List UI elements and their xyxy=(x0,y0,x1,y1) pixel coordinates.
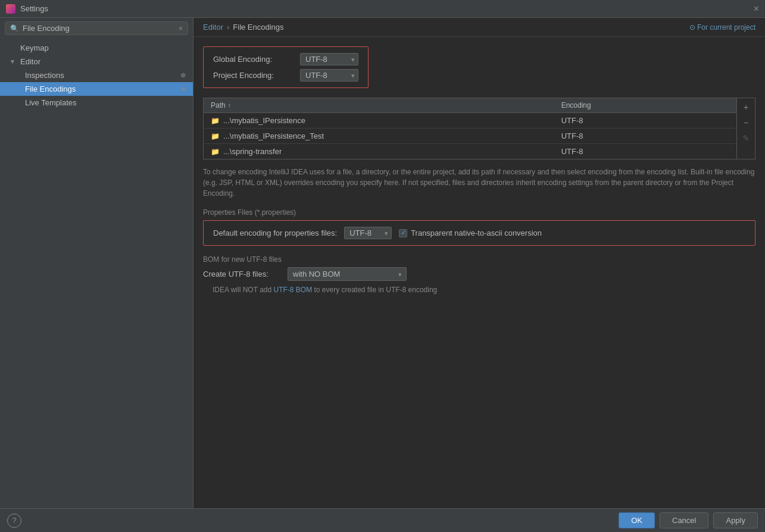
add-row-button[interactable]: + xyxy=(739,101,752,114)
bom-highlight: UTF-8 BOM xyxy=(273,286,312,294)
transparent-conversion-label: Transparent native-to-ascii conversion xyxy=(411,229,542,237)
create-utf8-label: Create UTF-8 files: xyxy=(203,270,280,278)
window-title: Settings xyxy=(20,4,48,13)
col-path-header: Path ↑ xyxy=(204,98,554,112)
sidebar-item-file-encodings[interactable]: File Encodings ⊕ xyxy=(0,82,193,96)
col-encoding-header: Encoding xyxy=(554,98,736,112)
sidebar-tree: Keymap ▼ Editor Inspections ⊕ File Encod… xyxy=(0,39,193,508)
sort-arrow: ↑ xyxy=(228,102,231,109)
transparent-conversion-checkbox-wrapper[interactable]: Transparent native-to-ascii conversion xyxy=(399,229,542,237)
edit-row-button[interactable]: ✎ xyxy=(739,132,752,145)
file-encodings-copy-icon: ⊕ xyxy=(180,85,186,93)
inspections-copy-icon: ⊕ xyxy=(180,71,186,79)
live-templates-label: Live Templates xyxy=(25,98,76,107)
sidebar-item-inspections[interactable]: Inspections ⊕ xyxy=(0,68,193,82)
default-encoding-label: Default encoding for properties files: xyxy=(213,229,337,237)
transparent-conversion-checkbox[interactable] xyxy=(399,229,407,237)
current-project-button[interactable]: ⊙ For current project xyxy=(689,23,755,32)
bottom-bar: ? OK Cancel Apply xyxy=(0,508,765,532)
breadcrumb-editor[interactable]: Editor xyxy=(203,23,223,32)
encoding-box: Global Encoding: UTF-8 UTF-16 ISO-8859-1… xyxy=(203,46,369,88)
breadcrumb: Editor › File Encodings ⊙ For current pr… xyxy=(193,18,765,37)
search-icon: 🔍 xyxy=(10,24,19,33)
project-encoding-select[interactable]: UTF-8 UTF-16 ISO-8859-1 xyxy=(300,69,358,82)
row2-encoding: UTF-8 xyxy=(554,129,736,143)
properties-row: Default encoding for properties files: U… xyxy=(213,227,745,239)
table-header: Path ↑ Encoding xyxy=(204,98,736,113)
search-input[interactable] xyxy=(23,24,175,33)
bom-row: Create UTF-8 files: with NO BOM with BOM xyxy=(203,267,755,281)
help-button[interactable]: ? xyxy=(7,514,21,528)
main-layout: 🔍 × Keymap ▼ Editor Inspections ⊕ File E… xyxy=(0,18,765,508)
project-encoding-select-wrapper: UTF-8 UTF-16 ISO-8859-1 xyxy=(300,69,358,82)
info-text: To change encoding IntelliJ IDEA uses fo… xyxy=(203,167,755,199)
project-encoding-row: Project Encoding: UTF-8 UTF-16 ISO-8859-… xyxy=(213,69,358,82)
sidebar-item-editor[interactable]: ▼ Editor xyxy=(0,55,193,68)
sidebar-item-keymap[interactable]: Keymap xyxy=(0,41,193,55)
bom-info: IDEA will NOT add UTF-8 BOM to every cre… xyxy=(203,286,755,294)
title-bar: Settings × xyxy=(0,0,765,18)
project-encoding-label: Project Encoding: xyxy=(213,71,291,80)
folder-icon: 📁 xyxy=(211,132,220,140)
bom-section-label: BOM for new UTF-8 files xyxy=(203,255,755,264)
search-clear-button[interactable]: × xyxy=(179,24,183,33)
encoding-table-wrapper: Path ↑ Encoding 📁 ...\mybatis_IPersisten… xyxy=(203,98,755,159)
row1-path: 📁 ...\mybatis_IPersistence xyxy=(204,113,554,128)
sidebar: 🔍 × Keymap ▼ Editor Inspections ⊕ File E… xyxy=(0,18,193,508)
table-row[interactable]: 📁 ...\mybatis_IPersistence_Test UTF-8 xyxy=(204,129,736,144)
folder-icon: 📁 xyxy=(211,148,220,156)
col-path-label: Path xyxy=(211,101,226,109)
ok-button[interactable]: OK xyxy=(619,512,655,528)
action-buttons: OK Cancel Apply xyxy=(619,512,758,528)
global-encoding-label: Global Encoding: xyxy=(213,55,291,64)
file-encodings-label: File Encodings xyxy=(25,85,76,93)
col-encoding-label: Encoding xyxy=(561,101,591,109)
close-button[interactable]: × xyxy=(754,4,759,14)
global-encoding-row: Global Encoding: UTF-8 UTF-16 ISO-8859-1 xyxy=(213,53,358,65)
breadcrumb-arrow: › xyxy=(227,23,229,32)
apply-button[interactable]: Apply xyxy=(713,512,758,528)
global-encoding-select[interactable]: UTF-8 UTF-16 ISO-8859-1 xyxy=(300,53,358,65)
breadcrumb-current: File Encodings xyxy=(233,23,283,32)
properties-section-label: Properties Files (*.properties) xyxy=(203,208,755,217)
sidebar-item-live-templates[interactable]: Live Templates xyxy=(0,96,193,109)
editor-label: Editor xyxy=(20,57,40,66)
bom-select[interactable]: with NO BOM with BOM xyxy=(288,267,407,281)
row3-encoding: UTF-8 xyxy=(554,144,736,159)
properties-box: Default encoding for properties files: U… xyxy=(203,220,755,246)
remove-row-button[interactable]: − xyxy=(739,116,752,129)
row1-encoding: UTF-8 xyxy=(554,113,736,128)
content-area: Editor › File Encodings ⊙ For current pr… xyxy=(193,18,765,508)
app-icon xyxy=(6,4,15,14)
inspections-label: Inspections xyxy=(25,71,64,80)
bom-select-wrapper: with NO BOM with BOM xyxy=(288,267,407,281)
global-encoding-select-wrapper: UTF-8 UTF-16 ISO-8859-1 xyxy=(300,53,358,65)
table-row[interactable]: 📁 ...\mybatis_IPersistence UTF-8 xyxy=(204,113,736,129)
editor-arrow: ▼ xyxy=(10,58,17,65)
cancel-button[interactable]: Cancel xyxy=(660,512,708,528)
row2-path: 📁 ...\mybatis_IPersistence_Test xyxy=(204,129,554,143)
bom-section: BOM for new UTF-8 files Create UTF-8 fil… xyxy=(203,255,755,294)
keymap-label: Keymap xyxy=(20,43,49,52)
table-row[interactable]: 📁 ...\spring-transfer UTF-8 xyxy=(204,144,736,159)
row3-path: 📁 ...\spring-transfer xyxy=(204,144,554,159)
search-bar: 🔍 × xyxy=(5,21,188,35)
folder-icon: 📁 xyxy=(211,117,220,125)
encoding-table: Path ↑ Encoding 📁 ...\mybatis_IPersisten… xyxy=(204,98,736,159)
title-bar-left: Settings xyxy=(6,4,48,14)
current-project-label: ⊙ For current project xyxy=(689,23,755,32)
table-toolbar: + − ✎ xyxy=(736,98,755,159)
properties-encoding-select[interactable]: UTF-8 UTF-16 xyxy=(344,227,392,239)
settings-content: Global Encoding: UTF-8 UTF-16 ISO-8859-1… xyxy=(193,37,765,508)
properties-encoding-select-wrapper: UTF-8 UTF-16 xyxy=(344,227,392,239)
